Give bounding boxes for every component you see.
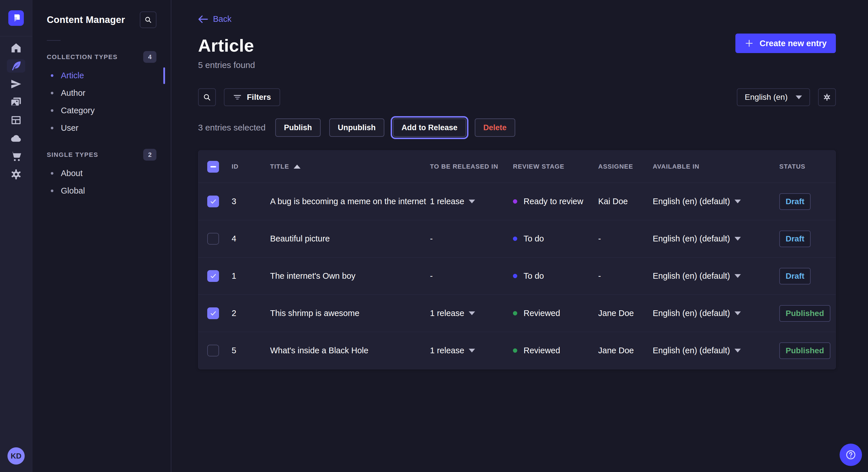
cell-to-be-released-in[interactable]: 1 release bbox=[430, 346, 513, 355]
sidebar-section-count-badge: 2 bbox=[143, 149, 156, 161]
cloud-icon bbox=[10, 132, 22, 144]
table-row[interactable]: 3A bug is becoming a meme on the interne… bbox=[198, 183, 836, 220]
cell-review-stage: To do bbox=[513, 234, 598, 243]
entries-table: IDTITLETO BE RELEASED INREVIEW STAGEASSI… bbox=[198, 150, 836, 369]
chevron-down-icon bbox=[735, 274, 741, 278]
cell-to-be-released-in[interactable]: 1 release bbox=[430, 197, 513, 206]
sidebar-item-user[interactable]: User bbox=[47, 119, 156, 137]
user-avatar[interactable]: KD bbox=[7, 447, 25, 465]
cart-icon bbox=[10, 150, 22, 162]
table-search-button[interactable] bbox=[198, 88, 216, 106]
cell-checkbox bbox=[198, 345, 227, 357]
active-indicator bbox=[163, 67, 165, 84]
status-badge: Draft bbox=[779, 193, 811, 210]
nav-media-library[interactable] bbox=[0, 93, 32, 111]
cell-assignee: Kai Doe bbox=[598, 197, 653, 206]
list-toolbar: Filters English (en) bbox=[198, 88, 836, 106]
release-value: 1 release bbox=[430, 308, 464, 318]
sidebar-section-count-badge: 4 bbox=[143, 51, 156, 63]
stage-label: Reviewed bbox=[524, 346, 560, 355]
cell-available-in[interactable]: English (en) (default) bbox=[653, 346, 779, 355]
nav-marketplace[interactable] bbox=[0, 147, 32, 165]
nav-settings[interactable] bbox=[0, 165, 32, 183]
sidebar-item-label: User bbox=[61, 123, 79, 133]
sidebar-item-global[interactable]: Global bbox=[47, 182, 156, 200]
select-all-checkbox[interactable] bbox=[207, 161, 219, 173]
sidebar-item-about[interactable]: About bbox=[47, 165, 156, 182]
help-button[interactable] bbox=[840, 444, 862, 466]
table-row[interactable]: 1The internet's Own boy-To do-English (e… bbox=[198, 257, 836, 295]
check-icon bbox=[210, 310, 217, 317]
home-icon bbox=[10, 42, 22, 54]
add-to-release-button[interactable]: Add to Release bbox=[393, 119, 466, 137]
cell-review-stage: To do bbox=[513, 271, 598, 281]
table-row[interactable]: 2This shrimp is awesome1 releaseReviewed… bbox=[198, 295, 836, 332]
chevron-down-icon bbox=[796, 96, 802, 99]
row-checkbox[interactable] bbox=[207, 307, 219, 319]
cell-review-stage: Ready to review bbox=[513, 197, 598, 206]
status-badge: Draft bbox=[779, 231, 811, 247]
publish-button[interactable]: Publish bbox=[275, 119, 321, 137]
cell-title: What's inside a Black Hole bbox=[270, 346, 430, 355]
cell-title: This shrimp is awesome bbox=[270, 308, 430, 318]
header-cell-status: STATUS bbox=[779, 163, 836, 170]
delete-button[interactable]: Delete bbox=[475, 119, 515, 137]
nav-content-type-builder[interactable] bbox=[0, 111, 32, 129]
release-value: - bbox=[430, 234, 433, 243]
table-row[interactable]: 4Beautiful picture-To do-English (en) (d… bbox=[198, 220, 836, 257]
status-badge: Published bbox=[779, 305, 830, 322]
sidebar-section: COLLECTION TYPES4ArticleAuthorCategoryUs… bbox=[47, 51, 156, 137]
column-label: ASSIGNEE bbox=[598, 163, 633, 170]
paper-plane-icon bbox=[10, 78, 22, 90]
table-header-row: IDTITLETO BE RELEASED INREVIEW STAGEASSI… bbox=[198, 150, 836, 183]
sidebar-item-label: Author bbox=[61, 88, 85, 98]
cell-assignee: - bbox=[598, 234, 653, 243]
filters-button[interactable]: Filters bbox=[224, 88, 280, 106]
filter-icon bbox=[233, 94, 242, 101]
locale-select[interactable]: English (en) bbox=[737, 88, 810, 106]
bullet-icon bbox=[51, 190, 53, 192]
gear-icon bbox=[10, 168, 22, 180]
cell-available-in[interactable]: English (en) (default) bbox=[653, 234, 779, 243]
sidebar-item-article[interactable]: Article bbox=[47, 67, 156, 84]
chevron-down-icon bbox=[735, 311, 741, 315]
strapi-logo[interactable] bbox=[8, 10, 24, 26]
list-settings-button[interactable] bbox=[818, 88, 836, 106]
cell-title: A bug is becoming a meme on the internet bbox=[270, 197, 430, 206]
column-label: ID bbox=[231, 163, 239, 170]
row-checkbox[interactable] bbox=[207, 233, 219, 245]
nav-releases[interactable] bbox=[0, 75, 32, 93]
sidebar-item-label: Category bbox=[61, 106, 95, 115]
locale-value: English (en) (default) bbox=[653, 308, 730, 318]
table-row[interactable]: 5What's inside a Black Hole1 releaseRevi… bbox=[198, 332, 836, 369]
stage-label: To do bbox=[524, 271, 544, 281]
row-checkbox[interactable] bbox=[207, 270, 219, 282]
row-checkbox[interactable] bbox=[207, 345, 219, 357]
cell-to-be-released-in[interactable]: 1 release bbox=[430, 308, 513, 318]
search-icon bbox=[144, 16, 152, 24]
back-link[interactable]: Back bbox=[198, 14, 231, 24]
sidebar-item-label: Article bbox=[61, 71, 84, 80]
cell-id: 5 bbox=[227, 346, 270, 355]
sidebar-title: Content Manager bbox=[47, 14, 125, 25]
sidebar-item-list: AboutGlobal bbox=[47, 165, 156, 200]
cell-checkbox bbox=[198, 270, 227, 282]
sidebar-item-author[interactable]: Author bbox=[47, 84, 156, 102]
cell-available-in[interactable]: English (en) (default) bbox=[653, 271, 779, 281]
row-checkbox[interactable] bbox=[207, 196, 219, 207]
sidebar-item-category[interactable]: Category bbox=[47, 102, 156, 119]
cell-checkbox bbox=[198, 233, 227, 245]
sidebar-search-button[interactable] bbox=[140, 11, 156, 28]
create-new-entry-button[interactable]: Create new entry bbox=[735, 34, 836, 53]
cell-available-in[interactable]: English (en) (default) bbox=[653, 197, 779, 206]
cell-available-in[interactable]: English (en) (default) bbox=[653, 308, 779, 318]
header-cell-title[interactable]: TITLE bbox=[270, 163, 430, 170]
unpublish-button[interactable]: Unpublish bbox=[329, 119, 384, 137]
header-cell-to-be-released-in: TO BE RELEASED IN bbox=[430, 163, 513, 170]
release-value: - bbox=[430, 271, 433, 281]
nav-content-manager[interactable] bbox=[0, 57, 32, 75]
cell-assignee: - bbox=[598, 271, 653, 281]
chevron-down-icon bbox=[735, 349, 741, 352]
nav-deploy[interactable] bbox=[0, 129, 32, 147]
nav-home[interactable] bbox=[0, 39, 32, 57]
